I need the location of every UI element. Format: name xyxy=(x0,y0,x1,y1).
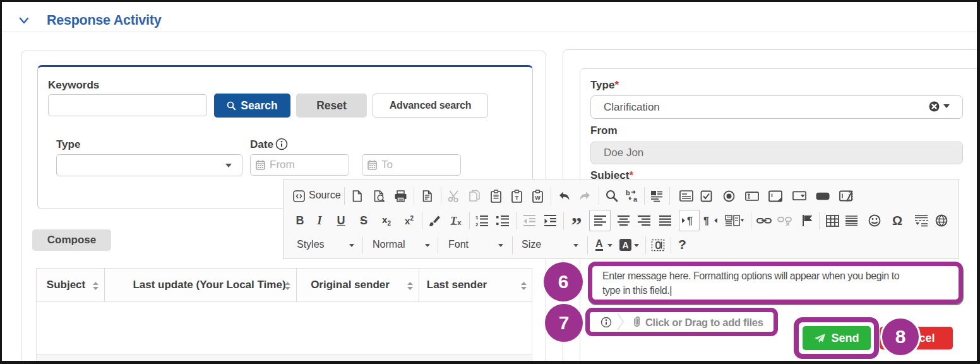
svg-text:1: 1 xyxy=(475,215,479,221)
svg-text:2: 2 xyxy=(475,222,479,227)
svg-text:T: T xyxy=(515,195,518,201)
svg-text:W: W xyxy=(535,195,541,201)
svg-text:b: b xyxy=(626,190,630,197)
svg-text:a: a xyxy=(633,195,638,202)
svg-text:¶: ¶ xyxy=(687,215,693,226)
svg-text:¶: ¶ xyxy=(703,215,709,226)
